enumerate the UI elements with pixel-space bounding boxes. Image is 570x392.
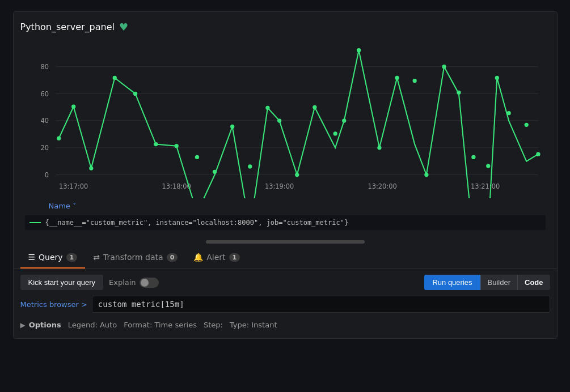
svg-point-37 — [457, 91, 461, 95]
panel-title-row: Python_server_panel ♥ — [20, 21, 550, 33]
svg-point-32 — [377, 146, 381, 150]
explain-toggle[interactable] — [140, 278, 159, 288]
tab-transform-label: Transform data — [103, 253, 163, 262]
metrics-row: Metrics browser > — [20, 296, 550, 313]
svg-point-36 — [442, 65, 446, 69]
panel-title: Python_server_panel — [20, 22, 115, 32]
explain-label-group: Explain — [109, 278, 159, 288]
explain-text: Explain — [109, 278, 136, 287]
options-format: Format: Time series — [124, 321, 197, 329]
alert-icon: 🔔 — [193, 253, 203, 262]
legend-text: {__name__="custom_metric", instance="loc… — [45, 219, 349, 227]
svg-point-30 — [342, 118, 346, 122]
kick-start-button[interactable]: Kick start your query — [20, 275, 104, 290]
svg-point-15 — [71, 105, 75, 109]
chevron-right-icon: ▶ — [20, 321, 26, 329]
options-label: Options — [29, 321, 61, 329]
svg-text:13:20:00: 13:20:00 — [368, 182, 396, 190]
svg-point-20 — [174, 144, 178, 148]
options-legend: Legend: Auto — [68, 321, 117, 329]
transform-icon: ⇄ — [93, 253, 100, 262]
options-step: Step: — [204, 321, 223, 329]
svg-point-35 — [424, 173, 428, 177]
svg-point-41 — [506, 111, 510, 115]
run-queries-button[interactable]: Run queries — [424, 275, 480, 290]
svg-point-38 — [471, 155, 475, 159]
svg-point-16 — [89, 166, 93, 170]
svg-point-19 — [154, 142, 158, 146]
svg-point-23 — [230, 125, 234, 129]
tab-alert[interactable]: 🔔 Alert 1 — [185, 247, 248, 269]
scrollbar-area — [14, 237, 557, 247]
metrics-query-input[interactable] — [92, 296, 550, 313]
chart-wrapper: 0 20 40 60 80 13:17:00 13:18:00 13:19:00… — [20, 40, 550, 198]
svg-text:40: 40 — [40, 117, 49, 125]
svg-point-31 — [357, 48, 361, 52]
svg-text:13:17:00: 13:17:00 — [59, 182, 88, 190]
tab-alert-badge: 1 — [229, 253, 240, 262]
query-toolbar: Kick start your query Explain Run querie… — [20, 275, 550, 290]
query-icon: ☰ — [28, 253, 36, 262]
svg-point-42 — [524, 123, 528, 127]
code-button[interactable]: Code — [517, 275, 550, 290]
svg-point-34 — [412, 79, 416, 83]
svg-point-18 — [133, 92, 137, 96]
query-area: Kick start your query Explain Run querie… — [14, 269, 557, 338]
tab-query-badge: 1 — [66, 253, 78, 262]
svg-point-33 — [395, 76, 399, 80]
svg-point-28 — [313, 105, 316, 109]
svg-text:0: 0 — [44, 171, 48, 179]
tabs-row: ☰ Query 1 ⇄ Transform data 0 🔔 Alert 1 — [14, 247, 557, 269]
svg-text:13:18:00: 13:18:00 — [162, 182, 191, 190]
svg-point-40 — [495, 76, 499, 80]
svg-point-39 — [486, 164, 490, 168]
name-dropdown-label: Name ˅ — [49, 202, 77, 210]
tab-query-label: Query — [39, 253, 63, 262]
scrollbar-track[interactable] — [206, 240, 365, 244]
svg-point-25 — [265, 106, 269, 110]
chart-svg: 0 20 40 60 80 13:17:00 13:18:00 13:19:00… — [20, 40, 550, 198]
name-dropdown[interactable]: Name ˅ — [49, 202, 77, 210]
svg-point-27 — [295, 173, 299, 177]
tab-alert-label: Alert — [206, 253, 225, 262]
svg-text:20: 20 — [40, 144, 49, 152]
legend-row: {__name__="custom_metric", instance="loc… — [25, 215, 546, 230]
svg-point-26 — [277, 118, 281, 122]
tab-query[interactable]: ☰ Query 1 — [20, 247, 86, 269]
legend-line-indicator — [29, 222, 41, 223]
toolbar-right: Run queries Builder Code — [424, 275, 550, 290]
svg-point-29 — [333, 131, 337, 135]
toggle-knob — [141, 279, 149, 287]
tab-transform-badge: 0 — [167, 253, 178, 262]
svg-point-24 — [248, 164, 252, 168]
svg-text:13:21:00: 13:21:00 — [471, 182, 500, 190]
builder-button[interactable]: Builder — [480, 275, 517, 290]
svg-point-22 — [212, 170, 216, 174]
options-type: Type: Instant — [230, 321, 277, 329]
svg-text:80: 80 — [40, 63, 49, 71]
tab-transform[interactable]: ⇄ Transform data 0 — [85, 247, 185, 269]
svg-text:60: 60 — [40, 90, 49, 98]
chart-dot — [57, 137, 61, 140]
svg-point-43 — [536, 152, 540, 156]
svg-point-21 — [195, 155, 199, 159]
svg-point-17 — [112, 76, 116, 80]
metrics-browser-link[interactable]: Metrics browser > — [20, 297, 87, 312]
chart-area: Python_server_panel ♥ 0 20 40 60 80 13:1… — [14, 12, 557, 237]
svg-text:13:19:00: 13:19:00 — [265, 182, 294, 190]
scrollbar-thumb[interactable] — [206, 240, 365, 244]
options-toggle[interactable]: ▶ Options — [20, 321, 61, 329]
panel-container: Python_server_panel ♥ 0 20 40 60 80 13:1… — [13, 11, 558, 339]
heart-icon: ♥ — [119, 21, 128, 33]
options-row: ▶ Options Legend: Auto Format: Time seri… — [20, 317, 550, 333]
